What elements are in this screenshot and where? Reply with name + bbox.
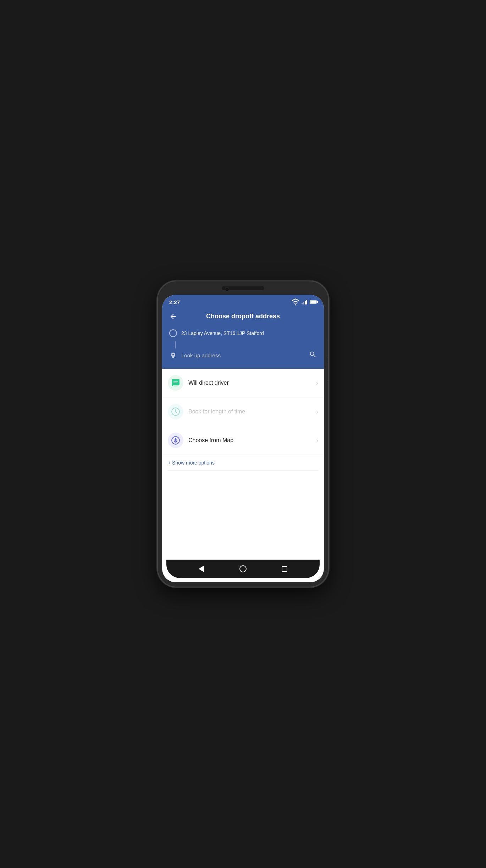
book-time-icon-container bbox=[168, 404, 183, 419]
book-time-item[interactable]: Book for length of time › bbox=[162, 397, 324, 426]
search-svg-icon bbox=[309, 351, 317, 358]
origin-address-text: 23 Lapley Avenue, ST16 1JP Stafford bbox=[181, 330, 264, 336]
page-title: Choose dropoff address bbox=[206, 313, 280, 320]
side-button bbox=[328, 338, 328, 356]
choose-map-item[interactable]: Choose from Map › bbox=[162, 426, 324, 455]
nav-home-circle-icon bbox=[239, 565, 247, 572]
back-arrow-icon bbox=[169, 313, 177, 320]
origin-address-row: 23 Lapley Avenue, ST16 1JP Stafford bbox=[168, 326, 318, 340]
camera bbox=[225, 287, 229, 291]
status-time: 2:27 bbox=[169, 299, 180, 305]
nav-recents-button[interactable] bbox=[280, 564, 289, 574]
wifi-icon bbox=[291, 298, 300, 306]
direct-driver-label: Will direct driver bbox=[188, 380, 311, 386]
show-more-options[interactable]: + Show more options bbox=[162, 455, 324, 471]
direct-driver-icon-container bbox=[168, 375, 183, 391]
origin-icon bbox=[169, 329, 177, 337]
content-area: Will direct driver › Book for length of … bbox=[162, 369, 324, 560]
pin-icon bbox=[170, 352, 177, 359]
app-header: Choose dropoff address 23 Lapley Avenue,… bbox=[162, 308, 324, 369]
destination-lookup-row[interactable]: Look up address bbox=[168, 348, 318, 362]
book-time-label: Book for length of time bbox=[188, 408, 311, 415]
will-direct-driver-item[interactable]: Will direct driver › bbox=[162, 369, 324, 397]
destination-pin-icon bbox=[169, 352, 177, 359]
phone-screen: 2:27 bbox=[162, 295, 324, 582]
show-more-label: + Show more options bbox=[168, 460, 215, 466]
choose-map-chevron: › bbox=[316, 437, 318, 444]
address-connector-line bbox=[175, 341, 176, 348]
nav-bar bbox=[166, 560, 320, 578]
direct-driver-chevron: › bbox=[316, 379, 318, 387]
chat-icon bbox=[171, 378, 180, 388]
map-pin-person-icon bbox=[171, 436, 180, 445]
search-icon[interactable] bbox=[309, 351, 317, 360]
back-button[interactable] bbox=[168, 311, 178, 322]
status-bar: 2:27 bbox=[162, 295, 324, 308]
nav-home-button[interactable] bbox=[238, 564, 248, 574]
svg-point-0 bbox=[295, 304, 296, 306]
svg-point-4 bbox=[175, 438, 176, 440]
nav-back-button[interactable] bbox=[197, 564, 206, 574]
choose-map-icon-container bbox=[168, 433, 183, 448]
book-time-chevron: › bbox=[316, 408, 318, 416]
nav-back-triangle-icon bbox=[199, 565, 204, 572]
battery-icon bbox=[310, 300, 317, 304]
signal-icon bbox=[302, 300, 308, 304]
content-divider bbox=[168, 471, 318, 471]
side-button-2 bbox=[328, 363, 328, 381]
status-icons bbox=[291, 298, 317, 306]
choose-map-label: Choose from Map bbox=[188, 437, 311, 444]
clock-icon bbox=[171, 407, 180, 416]
phone-frame: 2:27 bbox=[158, 281, 328, 587]
nav-square-icon bbox=[282, 566, 287, 572]
header-title-row: Choose dropoff address bbox=[168, 313, 318, 320]
lookup-address-text: Look up address bbox=[181, 352, 305, 358]
